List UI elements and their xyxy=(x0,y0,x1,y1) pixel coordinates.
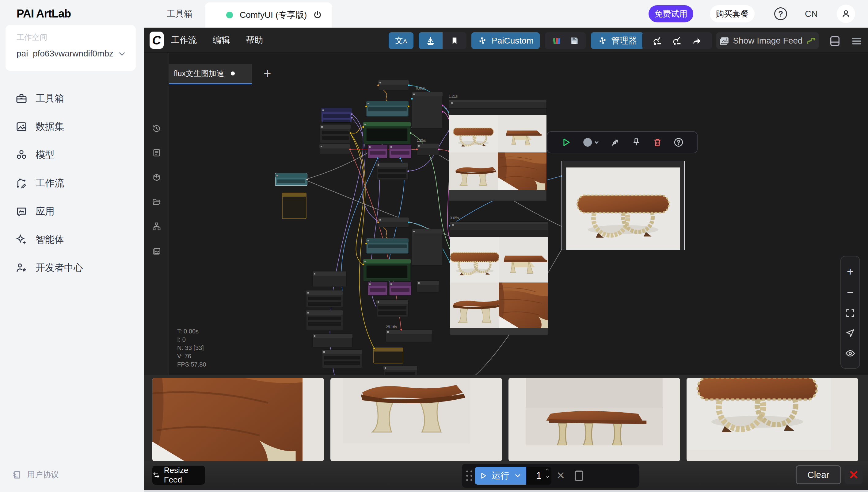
sidebar-item-agents[interactable]: 智能体 xyxy=(0,225,144,254)
vacuum-icon[interactable] xyxy=(652,35,663,46)
image-feed xyxy=(144,375,868,461)
library-save-group xyxy=(545,32,586,49)
header-tab-comfyui[interactable]: ComfyUI (专享版) xyxy=(205,2,332,28)
workflow-tab-label: flux文生图加速 xyxy=(174,68,224,78)
bypass-node-button[interactable] xyxy=(610,137,620,148)
node-widget-row xyxy=(450,230,548,237)
bookmark-button[interactable] xyxy=(443,32,467,49)
sidebar-item-developer-center[interactable]: 开发者中心 xyxy=(0,254,144,282)
workflows-folder-icon[interactable] xyxy=(152,197,161,207)
top-header: PAI ArtLab 工具箱 ComfyUI (专享版) 免费试用 购买套餐 ?… xyxy=(0,0,868,28)
fit-view-button[interactable] xyxy=(845,308,856,318)
sidebar-item-datasets[interactable]: 数据集 xyxy=(0,113,144,141)
delete-node-button[interactable] xyxy=(652,137,663,148)
bottom-panel-toggle-icon[interactable] xyxy=(829,35,841,47)
queue-list-icon[interactable] xyxy=(152,148,161,158)
clear-feed-button[interactable]: Clear xyxy=(796,465,841,484)
drag-handle[interactable] xyxy=(466,470,473,482)
header-tab-toolbox[interactable]: 工具箱 xyxy=(159,0,200,28)
preview-grid-node[interactable] xyxy=(449,100,547,201)
zoom-out-button[interactable]: − xyxy=(847,287,853,298)
preview-image-rect-table xyxy=(498,115,547,152)
preview-image-edge-table xyxy=(450,282,499,328)
feed-image[interactable] xyxy=(152,378,324,461)
sidebar-item-toolbox[interactable]: 工具箱 xyxy=(0,84,144,113)
node-library-icon[interactable] xyxy=(152,173,161,182)
model-sitemap-icon[interactable] xyxy=(152,221,161,231)
svg-text:0.66s: 0.66s xyxy=(416,86,425,91)
buy-plan-button[interactable]: 购买套餐 xyxy=(710,5,755,22)
feed-image[interactable] xyxy=(508,378,680,461)
fit-view-icon xyxy=(845,308,856,318)
preview-image-edge-table xyxy=(449,152,498,190)
books-icon[interactable] xyxy=(552,36,561,46)
node-widget-row xyxy=(449,108,547,115)
resize-feed-button[interactable]: Resize Feed xyxy=(152,466,205,485)
color-circle-icon xyxy=(582,137,599,148)
manager-label: 管理器 xyxy=(611,35,637,47)
cancel-run-button[interactable]: ✕ xyxy=(556,469,565,482)
sidebar-item-models[interactable]: 模型 xyxy=(0,141,144,169)
stat-time: T: 0.00s xyxy=(177,327,206,336)
workspace-selector[interactable]: 工作空间 pai_pfo63vwarwndif0mbz xyxy=(5,25,136,71)
node-title-bar xyxy=(562,161,684,168)
zoom-in-button[interactable]: + xyxy=(847,266,853,277)
snake-icon xyxy=(806,36,816,46)
translate-icon: 文A xyxy=(395,35,407,46)
vacuum-icon[interactable] xyxy=(672,35,682,46)
pai-artlab-app: PAI ArtLab 工具箱 ComfyUI (专享版) 免费试用 购买套餐 ?… xyxy=(0,0,868,492)
user-avatar[interactable] xyxy=(837,5,855,23)
preview-grid-node[interactable] xyxy=(450,221,548,335)
workflow-tab[interactable]: flux文生图加速 xyxy=(169,64,252,84)
bypass-icon xyxy=(610,137,620,148)
app-chat-icon xyxy=(15,205,28,218)
comfy-logo[interactable]: C xyxy=(150,31,164,49)
run-node-button[interactable] xyxy=(561,137,571,148)
save-floppy-icon[interactable] xyxy=(570,36,579,46)
header-actions: 免费试用 购买套餐 ? CN xyxy=(649,0,868,28)
menu-help[interactable]: 帮助 xyxy=(246,34,263,46)
node-help-button[interactable] xyxy=(674,137,684,148)
sidebar-item-label: 智能体 xyxy=(35,233,64,246)
sidebar-item-label: 工作流 xyxy=(35,177,64,190)
count-stepper[interactable] xyxy=(544,467,551,479)
workflow-canvas[interactable]: 0.66s1.21s1.25s3.05s29.16s flux文生图加速 + xyxy=(144,53,868,375)
sidebar-item-apps[interactable]: 应用 xyxy=(0,197,144,225)
selected-preview-node[interactable] xyxy=(561,161,685,250)
history-icon[interactable] xyxy=(152,123,161,133)
sidebar-item-label: 开发者中心 xyxy=(35,261,83,274)
hamburger-menu-icon[interactable] xyxy=(851,35,863,47)
menu-workflow[interactable]: 工作流 xyxy=(171,34,197,46)
help-icon[interactable]: ? xyxy=(774,7,787,20)
feed-image[interactable] xyxy=(687,378,858,461)
pin-node-button[interactable] xyxy=(631,137,641,148)
workspace-boat-button[interactable] xyxy=(419,32,443,49)
menu-edit[interactable]: 编辑 xyxy=(213,34,230,46)
node-color-button[interactable] xyxy=(582,137,599,148)
paicustom-button[interactable]: PaiCustom xyxy=(471,32,540,49)
gallery-icon[interactable] xyxy=(152,246,161,256)
free-trial-button[interactable]: 免费试用 xyxy=(649,5,693,22)
svg-text:3.05s: 3.05s xyxy=(450,216,459,220)
stop-button[interactable] xyxy=(575,470,583,481)
new-workflow-button[interactable]: + xyxy=(264,66,271,81)
preview-images xyxy=(449,115,547,190)
toggle-visibility-button[interactable] xyxy=(845,348,856,359)
share-icon[interactable] xyxy=(691,35,702,46)
language-switch[interactable]: CN xyxy=(805,9,818,19)
svg-text:1.21s: 1.21s xyxy=(449,94,457,98)
sidebar-nav: 工具箱 数据集 模型 工作流 应用 智能体 xyxy=(0,84,144,282)
translate-button[interactable]: 文A xyxy=(389,32,414,49)
person-icon xyxy=(841,8,851,19)
sidebar-item-workflows[interactable]: 工作流 xyxy=(0,169,144,197)
show-image-feed-button[interactable]: Show Image Feed xyxy=(716,32,819,49)
feed-image[interactable] xyxy=(331,378,502,461)
manager-button[interactable]: 管理器 xyxy=(591,32,643,49)
node-title-bar xyxy=(449,102,547,108)
close-feed-button[interactable]: ✕ xyxy=(845,465,863,484)
run-button[interactable]: 运行 xyxy=(475,467,526,485)
app-logo: PAI ArtLab xyxy=(17,7,71,20)
pan-mode-button[interactable] xyxy=(845,328,856,338)
power-icon[interactable] xyxy=(313,10,322,20)
user-agreement-link[interactable]: 用户协议 xyxy=(11,469,59,480)
